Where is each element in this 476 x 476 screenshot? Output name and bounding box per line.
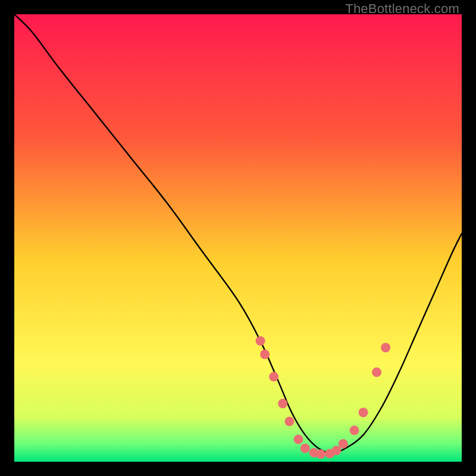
marker-dot (260, 350, 270, 359)
chart-frame (14, 14, 462, 462)
watermark-text: TheBottleneck.com (345, 1, 459, 17)
marker-dot (331, 446, 341, 455)
marker-dot (300, 443, 310, 453)
marker-dot (284, 416, 294, 426)
marker-dot (256, 336, 265, 346)
bottleneck-curve (14, 14, 462, 453)
marker-dot (350, 425, 359, 435)
marker-dot (316, 449, 325, 459)
marker-dot (339, 439, 348, 449)
marker-group (256, 336, 391, 459)
marker-dot (359, 408, 368, 417)
marker-dot (294, 434, 303, 444)
marker-dot (381, 343, 390, 352)
marker-dot (269, 372, 278, 381)
marker-dot (372, 368, 381, 377)
marker-dot (278, 399, 287, 408)
chart-overlay (14, 14, 462, 462)
